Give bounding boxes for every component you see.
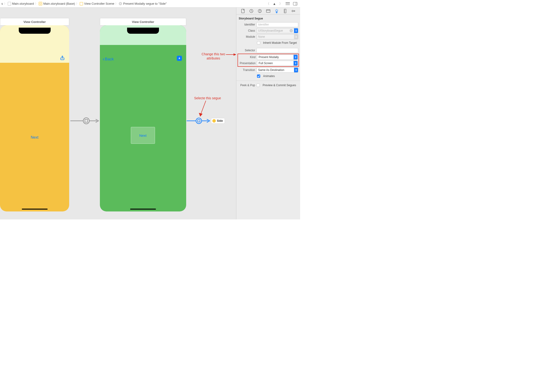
svg-rect-15	[266, 9, 270, 12]
field-label: Class	[238, 29, 255, 32]
field-label: Module	[238, 35, 255, 38]
inspector-section-segue: Storyboard Segue Identifier Class UIStor…	[236, 14, 300, 91]
device-frame: ‹ Back Next	[100, 25, 186, 211]
checkbox-label: Animates	[263, 75, 275, 78]
breadcrumb-item-truncated[interactable]: s	[1, 2, 3, 5]
file-inspector-tab[interactable]	[241, 9, 245, 13]
selector-input[interactable]	[257, 48, 298, 53]
storyboard-canvas[interactable]: View Controller Next	[0, 8, 236, 219]
view-controller-1[interactable]: View Controller Next	[0, 18, 69, 211]
history-back-icon[interactable]: 〈	[266, 2, 269, 6]
home-indicator	[22, 209, 48, 210]
container-view[interactable]: Next	[131, 127, 155, 144]
download-icon[interactable]	[177, 56, 182, 61]
checkbox-label: Preview & Commit Segues	[263, 84, 296, 87]
svg-point-14	[259, 12, 260, 12]
scene-title[interactable]: View Controller	[0, 18, 69, 26]
annotation-arrow-icon	[199, 101, 208, 117]
svg-rect-7	[198, 120, 200, 122]
breadcrumb-label: Main.storyboard	[12, 2, 34, 5]
connections-inspector-tab[interactable]	[291, 9, 296, 13]
combo-value: Full Screen	[257, 62, 294, 65]
segue-arrow-selected[interactable]	[187, 117, 210, 125]
chevron-right-icon: 〉	[76, 2, 79, 6]
clear-icon[interactable]: ○	[290, 29, 293, 32]
dropdown-arrow-icon	[294, 68, 298, 72]
field-label: Selector	[238, 49, 255, 52]
scene-reference-side[interactable]: Side	[211, 118, 225, 124]
outline-toggle-icon[interactable]	[286, 2, 290, 5]
row-animates: Animates	[236, 73, 300, 79]
next-button[interactable]: Next	[0, 135, 69, 140]
inspector-tabs	[236, 8, 300, 14]
size-inspector-tab[interactable]	[283, 9, 287, 13]
breadcrumb-item-scene[interactable]: View Controller Scene	[80, 2, 114, 5]
row-selector: Selector	[236, 47, 300, 53]
row-identifier: Identifier	[236, 22, 300, 28]
identity-inspector-tab[interactable]	[266, 9, 271, 13]
combo-value: Present Modally	[257, 56, 294, 59]
preview-checkbox[interactable]	[257, 84, 260, 87]
view-controller-2[interactable]: View Controller ‹ Back Next	[100, 18, 186, 211]
attributes-inspector-tab[interactable]	[274, 9, 279, 13]
row-class: Class UIStoryboardSegue ○	[236, 28, 300, 34]
row-peek-pop: Peek & Pop Preview & Commit Segues	[236, 82, 300, 88]
field-label: Presentation	[239, 62, 256, 65]
class-combo[interactable]: UIStoryboardSegue ○	[257, 28, 298, 33]
device-frame: Next	[0, 25, 69, 211]
scene-title[interactable]: View Controller	[100, 18, 186, 26]
field-label: Identifier	[238, 23, 255, 26]
history-inspector-tab[interactable]	[249, 9, 254, 13]
breadcrumb-item-segue[interactable]: Present Modally segue to "Side"	[119, 2, 167, 5]
row-module: Module None	[236, 34, 300, 40]
warning-icon[interactable]: ▲	[273, 2, 276, 6]
view-controller-icon	[212, 119, 216, 122]
row-presentation: Presentation Full Screen	[238, 60, 298, 66]
svg-point-6	[196, 118, 202, 124]
dropdown-arrow-icon	[294, 55, 297, 60]
help-inspector-tab[interactable]	[258, 9, 262, 13]
segue-arrow-1[interactable]	[70, 117, 99, 125]
dropdown-arrow-icon	[294, 28, 298, 33]
animates-checkbox[interactable]	[257, 75, 260, 78]
row-inherit: Inherit Module From Target	[236, 40, 300, 46]
annotation-attributes: Change this two attributes	[199, 52, 227, 61]
kind-combo[interactable]: Present Modally	[257, 55, 298, 60]
inspector-panel: Storyboard Segue Identifier Class UIStor…	[236, 8, 300, 219]
chevron-right-icon: 〉	[4, 2, 7, 6]
breadcrumb-label: Main.storyboard (Base)	[43, 2, 75, 5]
breadcrumb-item-file[interactable]: Main.storyboard	[8, 2, 34, 6]
svg-rect-3	[85, 119, 88, 122]
combo-value: UIStoryboardSegue	[257, 29, 294, 32]
presentation-combo[interactable]: Full Screen	[257, 61, 298, 66]
divider	[236, 80, 300, 81]
annotation-arrow-icon	[226, 53, 236, 56]
breadcrumb: s 〉 Main.storyboard 〉 Main.storyboard (B…	[1, 2, 266, 6]
back-button[interactable]: ‹ Back	[103, 56, 114, 62]
section-heading: Storyboard Segue	[236, 16, 300, 22]
segue-icon	[119, 2, 122, 5]
dropdown-arrow-icon	[294, 61, 297, 65]
row-transition: Transition Same As Destination	[236, 67, 300, 73]
history-forward-icon[interactable]: 〉	[279, 2, 282, 6]
combo-value: Same As Destination	[257, 68, 294, 72]
back-label: Back	[105, 57, 114, 62]
next-button[interactable]: Next	[139, 134, 147, 137]
storyboard-icon	[39, 2, 42, 5]
svg-point-2	[83, 118, 89, 124]
row-kind: Kind Present Modally	[238, 54, 298, 60]
dropdown-arrow-icon	[294, 34, 298, 39]
svg-rect-11	[241, 9, 244, 13]
share-icon[interactable]	[60, 55, 65, 61]
field-label: Peek & Pop	[238, 84, 255, 87]
breadcrumb-controls: 〈 ▲ 〉	[266, 2, 299, 6]
chevron-right-icon: 〉	[115, 2, 118, 6]
module-combo[interactable]: None	[257, 34, 298, 39]
breadcrumb-item-base[interactable]: Main.storyboard (Base)	[39, 2, 75, 5]
panel-toggle-icon[interactable]	[293, 2, 297, 5]
transition-combo[interactable]: Same As Destination	[257, 67, 298, 73]
identifier-input[interactable]	[257, 22, 298, 27]
inherit-checkbox[interactable]	[257, 41, 260, 45]
breadcrumb-label: Present Modally segue to "Side"	[123, 2, 167, 5]
svg-point-22	[292, 10, 293, 12]
